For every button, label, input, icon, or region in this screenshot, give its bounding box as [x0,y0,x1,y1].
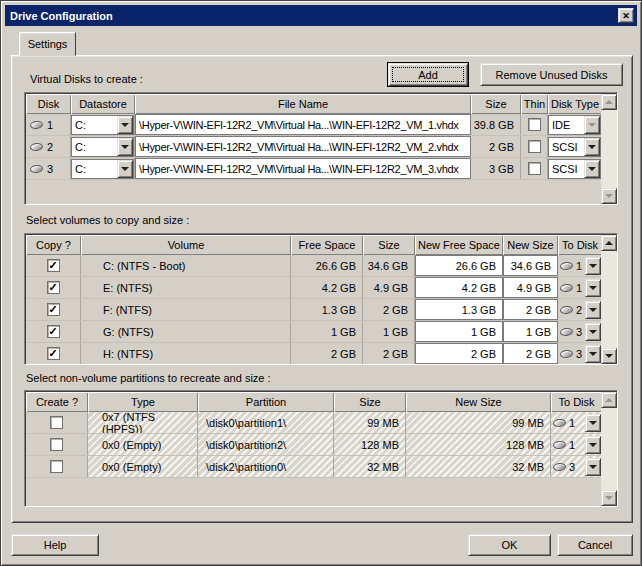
partitions-table: Create ? Type Partition Size New Size To… [24,390,618,507]
vertical-scrollbar[interactable] [601,94,617,204]
copy-checkbox[interactable] [47,347,60,360]
new-free-space-cell[interactable]: 1 GB [415,321,503,342]
chevron-down-icon[interactable] [584,160,600,178]
chevron-down-icon[interactable] [585,436,601,454]
chevron-down-icon[interactable] [584,116,600,134]
datastore-select[interactable]: C: [71,137,134,157]
volume-name-cell: F: (NTFS) [81,299,291,320]
virtual-disks-label: Virtual Disks to create : [30,73,143,85]
chevron-down-icon[interactable] [584,138,600,156]
virtual-disk-row: 1 C: \Hyper-V\WIN-EFI-12R2_VM\Virtu [26,114,601,136]
chevron-down-icon[interactable] [585,458,601,476]
file-name-cell[interactable]: \Hyper-V\WIN-EFI-12R2_VM\Virtual Ha...\W… [135,114,471,135]
disk-icon [560,349,574,358]
volume-name-cell: G: (NTFS) [81,321,291,342]
vertical-scrollbar[interactable] [601,235,617,364]
datastore-select[interactable]: C: [71,115,134,135]
chevron-down-icon[interactable] [585,414,601,432]
help-button[interactable]: Help [11,534,99,556]
chevron-down-icon[interactable] [585,323,601,341]
chevron-down-icon[interactable] [585,257,601,275]
chevron-down-icon[interactable] [585,279,601,297]
chevron-down-icon[interactable] [117,116,133,134]
scrollbar-track[interactable] [601,110,617,188]
datastore-select[interactable]: C: [71,159,134,179]
partition-path-cell: \disk0\partition2\ [198,434,334,455]
header-thin: Thin [521,94,548,114]
file-name: \Hyper-V\WIN-EFI-12R2_VM\Virtual Ha...\W… [136,119,459,131]
close-icon[interactable]: ✕ [618,8,634,23]
new-free-space-cell[interactable]: 2 GB [415,343,503,364]
partition-new-size-cell: 32 MB [406,456,551,477]
partition-type-cell: 0x0 (Empty) [88,456,198,477]
disk-type-value: IDE [549,119,584,131]
disk-size-cell: 3 GB [471,158,521,179]
copy-cell [26,277,81,298]
disk-type-select[interactable]: SCSI [548,159,601,179]
disk-icon [560,261,574,270]
add-button[interactable]: Add [388,63,468,86]
file-name-cell[interactable]: \Hyper-V\WIN-EFI-12R2_VM\Virtual Ha...\W… [135,136,471,157]
settings-tab-page: Virtual Disks to create : Add Remove Unu… [11,55,633,523]
disk-number: 1 [47,119,53,131]
header-size: Size [334,392,406,412]
disk-icon [553,418,567,427]
to-disk-cell: 1 [551,412,601,433]
partitions-label: Select non-volume partitions to recreate… [26,372,271,384]
new-size-cell[interactable]: 4.9 GB [503,277,558,298]
remove-unused-disks-button[interactable]: Remove Unused Disks [480,63,623,86]
chevron-down-icon[interactable] [585,301,601,319]
volume-row: C: (NTFS - Boot) 26.6 GB 34.6 GB 26.6 GB… [26,255,601,277]
free-space-cell: 2 GB [291,343,363,364]
disk-type-select[interactable]: SCSI [548,137,601,157]
scroll-up-icon[interactable] [601,94,617,110]
scrollbar-track[interactable] [601,408,617,490]
thin-checkbox[interactable] [528,162,541,175]
create-checkbox[interactable] [50,460,63,473]
header-disk: Disk [26,94,71,114]
new-size-cell[interactable]: 2 GB [503,299,558,320]
disk-size-cell: 39.8 GB [471,114,521,135]
scroll-down-icon[interactable] [601,188,617,204]
new-free-space-cell[interactable]: 1.3 GB [415,299,503,320]
vertical-scrollbar[interactable] [601,392,617,506]
new-free-space-cell[interactable]: 26.6 GB [415,255,503,276]
scroll-up-icon[interactable] [601,235,617,251]
disk-number: 2 [47,141,53,153]
cancel-button-label: Cancel [578,539,612,551]
scroll-up-icon[interactable] [601,392,617,408]
disk-number-cell: 3 [26,158,71,179]
cancel-button[interactable]: Cancel [557,534,633,556]
scroll-down-icon[interactable] [601,490,617,506]
new-size-cell[interactable]: 2 GB [503,343,558,364]
to-disk-cell: 1 [558,277,601,298]
new-free-space-cell[interactable]: 4.2 GB [415,277,503,298]
file-name-cell[interactable]: \Hyper-V\WIN-EFI-12R2_VM\Virtual Ha...\W… [135,158,471,179]
new-size-cell[interactable]: 34.6 GB [503,255,558,276]
copy-checkbox[interactable] [47,259,60,272]
tab-settings[interactable]: Settings [19,32,76,56]
thin-checkbox[interactable] [528,140,541,153]
create-checkbox[interactable] [50,438,63,451]
copy-checkbox[interactable] [47,303,60,316]
create-checkbox[interactable] [50,416,63,429]
chevron-down-icon[interactable] [585,345,601,363]
disk-type-select[interactable]: IDE [548,115,601,135]
new-size-cell[interactable]: 1 GB [503,321,558,342]
scrollbar-track[interactable] [601,251,617,348]
remove-button-label: Remove Unused Disks [496,69,608,81]
ok-button[interactable]: OK [468,534,551,556]
thin-checkbox[interactable] [528,118,541,131]
datastore-value: C: [72,163,117,175]
volume-row: E: (NTFS) 4.2 GB 4.9 GB 4.2 GB 4.9 GB 1 [26,277,601,299]
disk-icon [560,305,574,314]
chevron-down-icon[interactable] [117,160,133,178]
to-disk-number: 3 [569,461,575,473]
disk-type-value: SCSI [549,141,584,153]
copy-checkbox[interactable] [47,325,60,338]
chevron-down-icon[interactable] [117,138,133,156]
create-cell [26,434,88,455]
scroll-down-icon[interactable] [601,348,617,364]
volumes-header-row: Copy ? Volume Free Space Size New Free S… [26,235,601,255]
copy-checkbox[interactable] [47,281,60,294]
